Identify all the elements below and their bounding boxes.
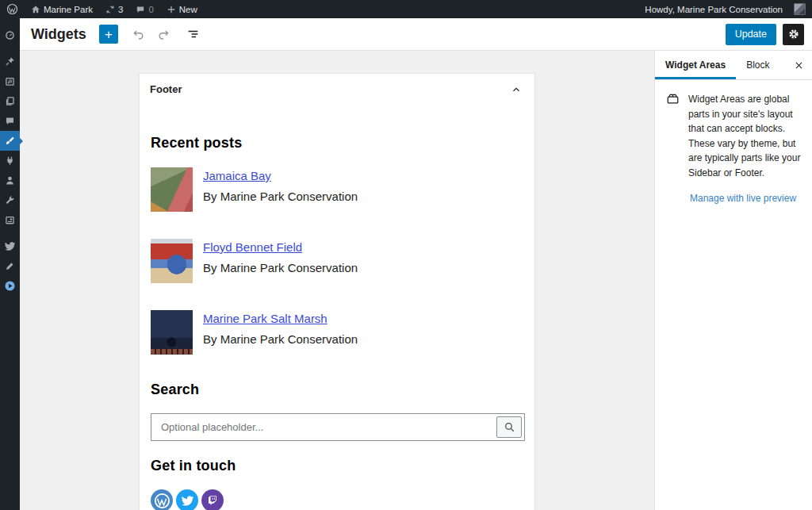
- list-item: Floyd Bennet Field By Marine Park Conser…: [151, 239, 523, 283]
- media-icon: [5, 76, 15, 86]
- post-byline: By Marine Park Conservation: [203, 332, 358, 346]
- avatar[interactable]: [794, 3, 806, 15]
- search-button[interactable]: [496, 416, 522, 438]
- sidebar-item-edit-plugin[interactable]: [0, 256, 20, 276]
- editor-header: Widgets + Update: [20, 18, 812, 51]
- post-thumbnail: [151, 310, 193, 355]
- sidebar-item-plugins[interactable]: [0, 151, 20, 171]
- user-icon: [5, 175, 15, 186]
- sidebar-item-users[interactable]: [0, 171, 20, 190]
- pencil-icon: [5, 261, 15, 271]
- sidebar-tabs: Widget Areas Block: [655, 51, 812, 80]
- search-icon: [504, 421, 515, 433]
- site-name-menu[interactable]: Marine Park: [25, 0, 99, 18]
- sidebar-item-settings[interactable]: [0, 210, 20, 230]
- home-icon: [31, 5, 40, 14]
- list-view-button[interactable]: [183, 25, 202, 44]
- twitch-social-link[interactable]: [201, 489, 224, 510]
- redo-icon: [157, 28, 170, 41]
- widget-areas-panel: Widget Areas are global parts in your si…: [655, 80, 812, 216]
- wordpress-logo-icon: [6, 3, 18, 15]
- settings-toggle-button[interactable]: [783, 24, 804, 45]
- post-title-link[interactable]: Marine Park Salt Marsh: [203, 312, 358, 325]
- close-icon: [794, 60, 804, 71]
- footer-widget-area-panel: Footer Recent posts Jamaica Bay By Marin…: [139, 73, 535, 510]
- admin-menu: [0, 18, 20, 510]
- sidebar-item-posts[interactable]: [0, 52, 20, 71]
- updates-icon: [105, 5, 115, 14]
- editor-canvas: Footer Recent posts Jamaica Bay By Marin…: [20, 51, 654, 510]
- wordpress-social-link[interactable]: [151, 489, 173, 510]
- search-widget: [151, 413, 525, 441]
- post-title-link[interactable]: Jamaica Bay: [203, 169, 358, 182]
- post-title-link[interactable]: Floyd Bennet Field: [203, 240, 358, 254]
- page-title: Widgets: [31, 26, 86, 43]
- footer-panel-header[interactable]: Footer: [140, 74, 534, 103]
- twitter-social-link[interactable]: [176, 489, 198, 510]
- updates-count: 3: [118, 5, 123, 14]
- gear-icon: [787, 28, 800, 40]
- dashboard-icon: [5, 30, 15, 40]
- comment-bubble-icon: [5, 116, 15, 126]
- sidebar-item-comments[interactable]: [0, 111, 20, 131]
- chevron-up-icon: [511, 84, 522, 95]
- get-in-touch-heading: Get in touch: [151, 458, 523, 474]
- list-item: Marine Park Salt Marsh By Marine Park Co…: [151, 310, 523, 355]
- settings-icon: [5, 215, 15, 225]
- manage-live-preview-link[interactable]: Manage with live preview: [690, 193, 801, 204]
- settings-sidebar: Widget Areas Block Widget Areas are glob…: [654, 51, 812, 510]
- sidebar-item-videopress-plugin[interactable]: [0, 276, 20, 296]
- redo-button[interactable]: [155, 25, 174, 44]
- post-byline: By Marine Park Conservation: [203, 261, 358, 274]
- undo-button[interactable]: [129, 25, 148, 44]
- new-content-menu[interactable]: New: [160, 0, 204, 18]
- tab-widget-areas[interactable]: Widget Areas: [655, 51, 736, 79]
- post-thumbnail: [151, 167, 193, 212]
- recent-posts-heading: Recent posts: [151, 135, 523, 151]
- comments-icon: [136, 5, 145, 14]
- block-inserter-button[interactable]: +: [99, 25, 118, 44]
- new-label: New: [179, 5, 197, 14]
- update-button[interactable]: Update: [726, 24, 776, 45]
- search-heading: Search: [151, 382, 523, 398]
- comments-menu[interactable]: 0: [129, 0, 159, 18]
- list-view-icon: [186, 27, 200, 41]
- my-account-menu[interactable]: Howdy, Marine Park Conservation: [638, 5, 789, 14]
- wordpress-icon: [151, 490, 173, 510]
- wrench-icon: [5, 195, 15, 205]
- sidebar-item-media[interactable]: [0, 71, 20, 91]
- sidebar-item-appearance[interactable]: [0, 131, 20, 151]
- tab-block[interactable]: Block: [736, 51, 779, 79]
- sidebar-item-twitter-plugin[interactable]: [0, 236, 20, 256]
- social-icons-widget: [151, 489, 523, 510]
- collapse-panel-button[interactable]: [511, 84, 522, 95]
- list-item: Jamaica Bay By Marine Park Conservation: [151, 167, 523, 212]
- comments-count: 0: [148, 5, 153, 14]
- close-sidebar-button[interactable]: [785, 51, 812, 79]
- post-byline: By Marine Park Conservation: [203, 190, 358, 203]
- paintbrush-icon: [5, 136, 15, 146]
- sidebar-item-pages[interactable]: [0, 91, 20, 111]
- updates-menu[interactable]: 3: [99, 0, 129, 18]
- widget-areas-description: Widget Areas are global parts in your si…: [688, 92, 801, 181]
- pages-icon: [5, 96, 15, 106]
- sidebar-item-tools[interactable]: [0, 190, 20, 210]
- sidebar-item-dashboard[interactable]: [0, 25, 20, 45]
- site-name-label: Marine Park: [44, 5, 93, 14]
- twitter-icon: [182, 495, 193, 507]
- post-thumbnail: [151, 239, 193, 283]
- widget-area-box-icon: [666, 92, 680, 181]
- footer-panel-title: Footer: [150, 83, 182, 95]
- twitch-icon: [207, 495, 218, 506]
- wordpress-logo-menu[interactable]: [0, 0, 25, 18]
- search-input[interactable]: [151, 414, 494, 440]
- plugin-icon: [5, 155, 15, 166]
- pushpin-icon: [5, 56, 15, 67]
- play-circle-icon: [4, 280, 16, 292]
- plus-icon: [167, 5, 176, 14]
- admin-bar: Marine Park 3 0 New Howdy, Marine Park C…: [0, 0, 812, 18]
- footer-panel-body: Recent posts Jamaica Bay By Marine Park …: [140, 135, 534, 510]
- howdy-label: Howdy, Marine Park Conservation: [645, 5, 783, 14]
- undo-icon: [132, 28, 145, 41]
- twitter-bird-icon: [5, 241, 15, 251]
